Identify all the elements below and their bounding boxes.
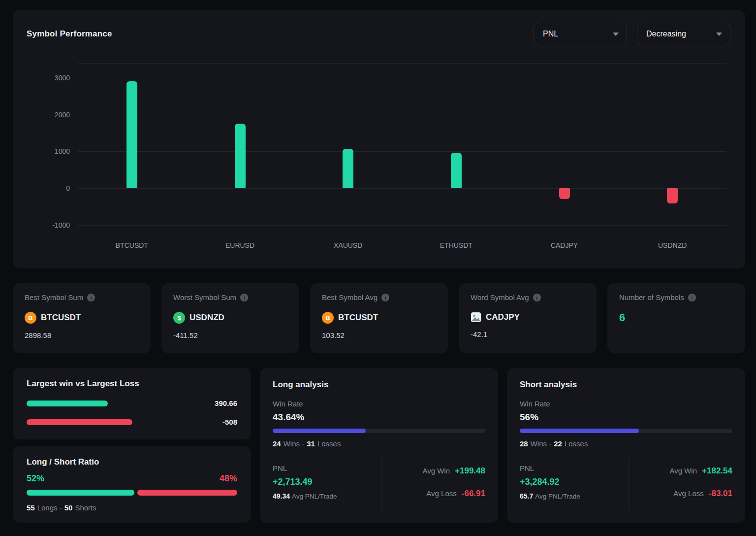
bar-eurusd[interactable] — [235, 124, 246, 188]
chevron-down-icon — [716, 33, 722, 36]
gridline — [78, 115, 726, 115]
bar-xauusd[interactable] — [343, 149, 353, 188]
info-icon[interactable]: i — [240, 294, 248, 302]
bar-usdnzd[interactable] — [667, 188, 678, 203]
wins-label: Wins - — [531, 439, 552, 448]
losses-count: 22 — [554, 439, 562, 448]
wins-losses-counts: 28Wins -22Losses — [520, 439, 732, 448]
stat-value: -42.1 — [471, 330, 585, 338]
stat-card-best-symbol-avg: Best Symbol Avg i B BTCUSDT 103.52 — [310, 283, 448, 353]
info-icon[interactable]: i — [87, 294, 95, 302]
win-rate-fill — [520, 429, 639, 433]
longs-count: 55 — [27, 503, 35, 512]
avg-win-row: Avg Win +182.54 — [669, 466, 732, 476]
win-rate-value: 43.64% — [273, 412, 485, 423]
analysis-bottom: PNL +3,284.92 65.7Avg PNL/Trade Avg Win … — [520, 457, 732, 511]
largest-loss-value: -508 — [222, 418, 237, 426]
dollar-icon: $ — [173, 312, 185, 324]
win-rate-track — [520, 429, 732, 433]
info-icon[interactable]: i — [533, 294, 541, 302]
largest-loss-bar — [27, 419, 132, 425]
stats-row: Best Symbol Sum i B BTCUSDT 2898.58 Wors… — [13, 283, 745, 353]
losses-count: 31 — [307, 439, 315, 448]
stat-value: 103.52 — [322, 331, 436, 339]
stat-symbol: BTCUSDT — [41, 313, 81, 323]
short-ratio-segment — [137, 490, 237, 496]
wins-losses-counts: 24Wins -31Losses — [273, 439, 485, 448]
order-dropdown-value: Decreasing — [646, 30, 686, 38]
long-short-ratio-card: Long / Short Ratio 52% 48% 55Longs -50Sh… — [13, 446, 251, 523]
ratio-percentages: 52% 48% — [27, 473, 237, 484]
stat-label-row: Best Symbol Avg i — [322, 293, 436, 302]
gridline — [78, 151, 726, 152]
pnl-value: +2,713.49 — [273, 477, 371, 487]
wins-count: 28 — [520, 439, 528, 448]
losses-label: Losses — [317, 439, 341, 448]
bar-ethusdt[interactable] — [451, 153, 462, 188]
image-icon — [471, 312, 481, 323]
bitcoin-icon: B — [322, 312, 334, 324]
long-ratio-segment — [27, 490, 134, 496]
x-axis-label: USDNZD — [658, 241, 687, 249]
largest-loss-row: -508 — [27, 418, 237, 426]
card-title: Long analysis — [273, 380, 485, 390]
long-short-counts: 55Longs -50Shorts — [27, 503, 237, 512]
pnl-section: PNL +3,284.92 65.7Avg PNL/Trade — [520, 457, 629, 511]
card-title: Long / Short Ratio — [27, 457, 237, 467]
stat-card-number-of-symbols: Number of Symbols i 6 — [607, 283, 745, 353]
avg-pnl-trade: 49.34Avg PNL/Trade — [273, 492, 371, 500]
y-axis-label: 1000 — [55, 147, 70, 155]
metric-dropdown-value: PNL — [543, 30, 558, 38]
shorts-count: 50 — [64, 503, 73, 512]
short-percentage: 48% — [220, 473, 237, 484]
info-icon[interactable]: i — [688, 294, 696, 302]
wins-label: Wins - — [284, 439, 305, 448]
avg-win-value: +182.54 — [702, 466, 732, 476]
pnl-value: +3,284.92 — [520, 477, 618, 487]
shorts-label: Shorts — [75, 503, 96, 512]
y-axis-label: -1000 — [52, 221, 70, 229]
symbol-count: 6 — [619, 311, 733, 324]
symbol-performance-card: Symbol Performance PNL Decreasing 300020… — [13, 10, 745, 268]
stat-label-row: Word Symbol Avg i — [471, 293, 585, 302]
avg-win-value: +199.48 — [455, 466, 485, 476]
gridline — [78, 78, 726, 78]
bar-cadjpy[interactable] — [559, 188, 570, 199]
y-axis-label: 3000 — [55, 74, 70, 82]
avg-section: Avg Win +199.48 Avg Loss -66.91 — [381, 457, 485, 511]
avg-loss-row: Avg Loss -83.01 — [673, 489, 732, 499]
bar-btcusdt[interactable] — [126, 81, 137, 188]
chart-header: Symbol Performance PNL Decreasing — [13, 10, 745, 45]
info-icon[interactable]: i — [381, 294, 389, 302]
avg-loss-value: -83.01 — [709, 489, 732, 499]
card-title: Largest win vs Largest Loss — [27, 379, 237, 389]
analysis-bottom: PNL +2,713.49 49.34Avg PNL/Trade Avg Win… — [273, 457, 485, 511]
stat-card-worst-symbol-avg: Word Symbol Avg i CADJPY -42.1 — [459, 283, 597, 353]
x-axis-label: EURUSD — [225, 241, 254, 249]
largest-win-bar — [27, 401, 108, 406]
stat-label: Word Symbol Avg — [471, 293, 529, 302]
win-rate-track — [273, 429, 485, 433]
symbol-performance-chart: 3000200010000-1000BTCUSDTEURUSDXAUUSDETH… — [27, 59, 727, 255]
x-axis-label: BTCUSDT — [116, 241, 148, 249]
stat-symbol: BTCUSDT — [338, 313, 378, 323]
gridline — [78, 188, 726, 189]
avg-loss-label: Avg Loss — [426, 489, 456, 498]
stat-value: -411.52 — [173, 331, 287, 339]
x-axis-label: CADJPY — [551, 241, 578, 249]
chevron-down-icon — [613, 33, 619, 36]
largest-win-row: 390.66 — [27, 399, 237, 407]
ratio-bar — [27, 490, 237, 496]
chart-plot-area: 3000200010000-1000BTCUSDTEURUSDXAUUSDETH… — [78, 63, 726, 229]
pnl-label: PNL — [520, 464, 618, 472]
metric-dropdown[interactable]: PNL — [534, 23, 627, 45]
order-dropdown[interactable]: Decreasing — [637, 23, 730, 45]
avg-win-label: Avg Win — [422, 467, 450, 475]
stat-label-row: Best Symbol Sum i — [25, 293, 139, 302]
pnl-section: PNL +2,713.49 49.34Avg PNL/Trade — [273, 457, 381, 511]
stat-symbol-row: $ USDNZD — [173, 312, 287, 324]
chart-controls: PNL Decreasing — [534, 23, 730, 45]
left-column: Largest win vs Largest Loss 390.66 -508 … — [13, 368, 251, 523]
stat-label: Worst Symbol Sum — [173, 293, 236, 302]
y-axis-label: 2000 — [55, 111, 70, 119]
